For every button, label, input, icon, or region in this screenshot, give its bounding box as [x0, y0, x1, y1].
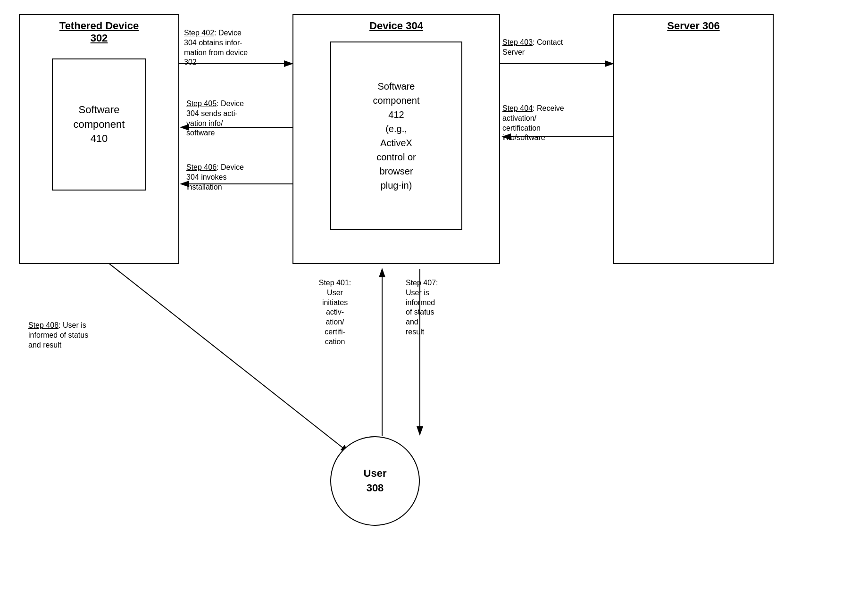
step-401-label: Step 401:Userinitiatesactiv-ation/certif… — [297, 278, 373, 347]
device-304-inner: Softwarecomponent412(e.g.,ActiveXcontrol… — [330, 41, 462, 230]
step-407-label: Step 407:User isinformedof statusandresu… — [406, 278, 486, 337]
step-406-label: Step 406: Device304 invokesinstallation — [186, 163, 290, 192]
tethered-device-inner: Softwarecomponent410 — [52, 58, 146, 191]
server-306-box: Server 306 — [613, 14, 774, 264]
device-304-title: Device 304 — [298, 20, 494, 32]
step-405-label: Step 405: Device304 sends acti-vation in… — [186, 99, 290, 138]
device-304-box: Device 304 Softwarecomponent412(e.g.,Act… — [292, 14, 500, 264]
tethered-device-box: Tethered Device 302 Softwarecomponent410 — [19, 14, 179, 264]
step-402-label: Step 402: Device304 obtains infor-mation… — [184, 28, 292, 67]
step-404-label: Step 404: Receiveactivation/certificatio… — [502, 104, 616, 143]
server-306-title: Server 306 — [619, 20, 768, 32]
diagram-container: Tethered Device 302 Softwarecomponent410… — [0, 0, 868, 589]
user-circle: User 308 — [330, 436, 420, 526]
step-403-label: Step 403: ContactServer — [502, 38, 606, 58]
tethered-device-title: Tethered Device 302 — [25, 20, 174, 44]
step-408-label: Step 408: User isinformed of statusand r… — [28, 321, 151, 350]
